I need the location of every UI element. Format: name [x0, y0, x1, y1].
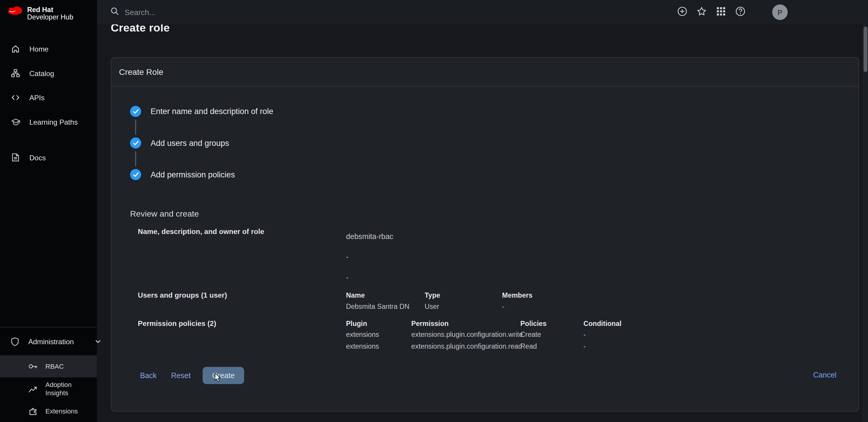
role-owner-value: - [346, 267, 859, 288]
sidebar: Red Hat Developer Hub Home Catalog [0, 0, 97, 422]
search-input[interactable] [124, 8, 676, 17]
graduation-cap-icon [10, 118, 21, 126]
sidebar-item-catalog[interactable]: Catalog [0, 61, 97, 85]
page-content: Create role Create Role Enter name and d… [97, 25, 868, 422]
column-header: Permission [411, 318, 520, 330]
help-button[interactable] [735, 7, 746, 18]
table-cell: extensions.plugin.configuration.write [411, 329, 520, 341]
table-cell: extensions [346, 329, 411, 341]
sidebar-item-administration[interactable]: Administration [0, 328, 97, 355]
create-shortcut-button[interactable] [676, 7, 688, 18]
search-bar [110, 7, 676, 18]
sidebar-item-extensions[interactable]: Extensions [0, 401, 97, 422]
review-section-label: Name, description, and owner of role [138, 226, 346, 237]
table-cell: - [583, 329, 859, 341]
brand-name: Red Hat [27, 7, 73, 14]
puzzle-icon [28, 407, 38, 415]
sidebar-item-label: Docs [29, 153, 46, 162]
redhat-logo-icon [8, 6, 23, 18]
topbar-icons: P [676, 4, 788, 20]
review-heading: Review and create [130, 209, 859, 218]
document-icon [10, 153, 21, 162]
sidebar-item-apis[interactable]: APIs [0, 85, 97, 110]
sidebar-item-label: Adoption Insights [45, 381, 84, 397]
review-section-label: Permission policies (2) [138, 318, 346, 330]
sidebar-admin-section: Administration RBAC Adoption Insights [0, 327, 97, 422]
grid-icon [716, 7, 725, 18]
sidebar-item-label: Catalog [29, 69, 54, 77]
sidebar-nav: Home Catalog APIs Learning Paths [0, 36, 97, 169]
table-cell: - [583, 341, 859, 353]
create-role-card: Create Role Enter name and description o… [111, 57, 859, 412]
table-cell: Read [520, 341, 583, 353]
key-icon [28, 363, 38, 370]
column-header: Name [346, 290, 425, 301]
chevron-down-icon [95, 338, 101, 345]
trend-chart-icon [28, 385, 38, 393]
step-connector [130, 148, 859, 169]
review-section-label: Users and groups (1 user) [138, 290, 346, 301]
review-permissions-section: Permission policies (2) Plugin Permissio… [138, 318, 859, 353]
sidebar-item-adoption-insights[interactable]: Adoption Insights [0, 377, 97, 401]
apis-icon [10, 93, 21, 102]
search-icon [110, 7, 119, 18]
review-name-section: Name, description, and owner of role deb… [138, 226, 859, 288]
role-description-value: - [346, 247, 859, 267]
stepper: Enter name and description of role Add u… [130, 106, 859, 180]
step-check-icon [130, 169, 141, 180]
sidebar-item-rbac[interactable]: RBAC [0, 356, 97, 377]
star-icon [696, 6, 707, 18]
sidebar-item-label: Learning Paths [29, 118, 78, 126]
step-check-icon [130, 137, 141, 148]
card-title: Create Role [111, 58, 859, 87]
table-cell: Create [520, 329, 583, 341]
column-header: Plugin [346, 318, 411, 330]
brand[interactable]: Red Hat Developer Hub [0, 0, 97, 25]
apps-button[interactable] [715, 7, 726, 18]
reset-button[interactable]: Reset [169, 368, 193, 383]
table-cell: extensions.plugin.configuration.read [411, 341, 520, 353]
sidebar-item-label: APIs [29, 93, 45, 102]
step-label: Add permission policies [151, 170, 235, 179]
shield-icon [10, 337, 20, 346]
sidebar-item-label: Home [29, 45, 49, 53]
home-icon [10, 44, 21, 53]
sidebar-item-label: Administration [28, 337, 74, 345]
main-area: P Create role Create Role Enter name and [97, 0, 868, 422]
step-connector [130, 117, 859, 138]
brand-product: Developer Hub [27, 14, 73, 21]
role-name-value: debsmita-rbac [346, 226, 859, 247]
review-users-section: Users and groups (1 user) Name Type Memb… [138, 290, 859, 313]
page-title-wrap: Create role [111, 25, 868, 36]
app-window: Red Hat Developer Hub Home Catalog [0, 0, 868, 422]
brand-text: Red Hat Developer Hub [27, 6, 73, 21]
wizard-actions: Back Reset Create [138, 367, 859, 384]
sidebar-item-home[interactable]: Home [0, 36, 97, 61]
permissions-table: Plugin Permission Policies Conditional e… [346, 318, 859, 353]
starred-button[interactable] [696, 7, 707, 18]
table-cell: extensions [346, 341, 411, 353]
catalog-icon [10, 69, 21, 78]
sidebar-item-label: Extensions [45, 407, 78, 415]
users-table: Name Type Members Debsmita Santra DN Use… [346, 290, 859, 313]
step-1: Enter name and description of role [130, 106, 859, 117]
back-button[interactable]: Back [138, 368, 159, 383]
plus-circle-icon [677, 6, 687, 18]
column-header: Policies [520, 318, 583, 330]
sidebar-item-docs[interactable]: Docs [0, 145, 97, 170]
sidebar-item-learning-paths[interactable]: Learning Paths [0, 110, 97, 134]
scrollbar-track[interactable] [862, 25, 868, 422]
top-bar: P [97, 0, 868, 25]
user-avatar[interactable]: P [772, 4, 788, 20]
step-2: Add users and groups [130, 137, 859, 148]
step-label: Add users and groups [151, 139, 229, 147]
help-circle-icon [735, 6, 746, 18]
step-3: Add permission policies [130, 169, 859, 180]
table-cell: - [502, 301, 859, 312]
scrollbar-thumb[interactable] [864, 27, 867, 72]
create-button[interactable]: Create [203, 367, 244, 384]
card-body: Enter name and description of role Add u… [111, 106, 859, 422]
cancel-button[interactable]: Cancel [813, 371, 837, 379]
step-check-icon [130, 106, 141, 117]
review-name-values: debsmita-rbac - - [346, 226, 859, 288]
